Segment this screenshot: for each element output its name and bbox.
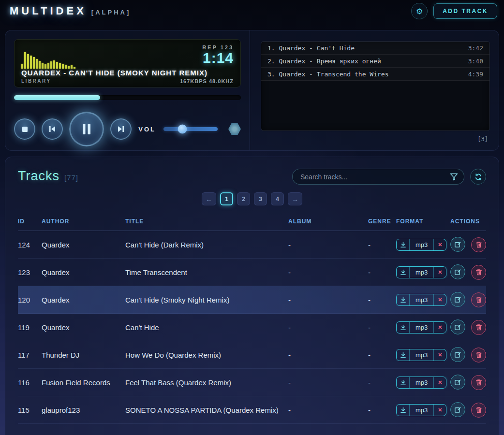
download-button[interactable] xyxy=(397,405,410,416)
previous-icon xyxy=(48,126,56,132)
delete-button[interactable] xyxy=(471,348,486,362)
stop-button[interactable] xyxy=(14,118,35,140)
remove-format-button[interactable]: ✕ xyxy=(433,239,446,250)
remove-format-button[interactable]: ✕ xyxy=(433,349,446,361)
tracks-title: Tracks xyxy=(18,169,59,184)
playlist-item[interactable]: 2. Quardex - Время ярких огней 3:40 xyxy=(261,55,489,68)
next-track-button[interactable] xyxy=(110,118,132,140)
playlist-item[interactable]: 1. Quardex - Can't Hide 3:42 xyxy=(261,42,489,55)
refresh-icon xyxy=(474,173,482,181)
table-row[interactable]: 119 Quardex Can't Hide - - mp3 ✕ xyxy=(18,314,486,341)
table-row[interactable]: 120 Quardex Can't Hide (Smoky Night Remi… xyxy=(18,286,486,314)
pagination-page-2[interactable]: 2 xyxy=(237,192,250,205)
edit-button[interactable] xyxy=(450,375,465,390)
remove-format-button[interactable]: ✕ xyxy=(433,267,446,278)
download-button[interactable] xyxy=(397,239,410,250)
pause-icon xyxy=(82,123,91,135)
trash-icon xyxy=(475,324,482,331)
format-label: mp3 xyxy=(410,296,433,304)
table-row[interactable]: 124 Quardex Can't Hide (Dark Remix) - - … xyxy=(18,231,486,259)
cell-actions xyxy=(450,264,486,280)
add-track-button[interactable]: ADD TRACK xyxy=(433,3,497,19)
edit-button[interactable] xyxy=(450,292,465,307)
pagination-page-1[interactable]: 1 xyxy=(220,192,233,205)
playlist-item[interactable]: 3. Quardex - Transcend the Wires 4:39 xyxy=(261,68,489,81)
pagination-page-3[interactable]: 3 xyxy=(254,192,267,205)
cell-author: Quardex xyxy=(42,241,125,249)
spectrum-bar xyxy=(33,57,35,69)
filter-icon[interactable] xyxy=(450,173,458,181)
cell-author: Quardex xyxy=(42,296,125,304)
search-box xyxy=(292,169,464,185)
spectrum-bar xyxy=(56,62,58,69)
table-row[interactable]: 123 Quardex Time Transcendent - - mp3 ✕ xyxy=(18,259,486,286)
elapsed-time: 1:14 xyxy=(202,50,234,66)
download-button[interactable] xyxy=(397,322,410,333)
cell-format: mp3 ✕ xyxy=(396,266,450,278)
previous-track-button[interactable] xyxy=(42,118,63,140)
download-button[interactable] xyxy=(397,267,410,278)
pagination-prev-button[interactable]: ← xyxy=(202,192,216,205)
format-label: mp3 xyxy=(410,241,433,248)
search-input[interactable] xyxy=(300,173,450,181)
column-header-title: TITLE xyxy=(125,218,288,225)
remove-format-button[interactable]: ✕ xyxy=(433,405,446,416)
download-button[interactable] xyxy=(397,349,410,361)
seek-bar[interactable] xyxy=(14,95,241,100)
player-display: REP 123 1:14 QUARDEX - CAN'T HIDE (SMOKY… xyxy=(14,39,241,87)
download-button[interactable] xyxy=(397,377,410,388)
app-title: MULTIDEX xyxy=(10,5,87,17)
format-badge: mp3 ✕ xyxy=(396,377,446,389)
delete-button[interactable] xyxy=(471,403,486,418)
settings-button[interactable]: ⚙ xyxy=(411,3,428,19)
refresh-button[interactable] xyxy=(470,169,486,185)
remove-format-button[interactable]: ✕ xyxy=(433,377,446,388)
volume-slider-thumb[interactable] xyxy=(178,125,187,134)
equalizer-hex-button[interactable] xyxy=(228,123,241,135)
table-row[interactable]: 115 glauprof123 SONETO A NOSSA PARTIDA (… xyxy=(18,396,486,424)
edit-button[interactable] xyxy=(450,237,465,252)
spectrum-bar xyxy=(71,65,73,69)
remove-format-button[interactable]: ✕ xyxy=(433,294,446,305)
cell-id: 123 xyxy=(18,268,42,276)
delete-button[interactable] xyxy=(471,320,486,335)
download-icon xyxy=(400,407,406,413)
volume-slider[interactable] xyxy=(163,127,218,131)
cell-author: Thunder DJ xyxy=(42,351,125,359)
pagination-page-4[interactable]: 4 xyxy=(271,192,284,205)
format-label: mp3 xyxy=(410,324,433,331)
delete-button[interactable] xyxy=(471,375,486,390)
cell-title: Time Transcendent xyxy=(125,268,288,276)
playlist: 1. Quardex - Can't Hide 3:42 2. Quardex … xyxy=(261,41,490,131)
edit-button[interactable] xyxy=(450,319,465,334)
trash-icon xyxy=(475,406,482,413)
edit-button[interactable] xyxy=(450,402,465,417)
edit-button[interactable] xyxy=(450,347,465,362)
now-playing-title: QUARDEX - CAN'T HIDE (SMOKY NIGHT REMIX) xyxy=(21,69,234,77)
table-header: ID AUTHOR TITLE ALBUM GENRE FORMAT ACTIO… xyxy=(18,218,486,231)
transport-controls: VOL xyxy=(14,112,241,146)
column-header-id: ID xyxy=(18,218,42,225)
table-row[interactable]: 117 Thunder DJ How We Do (Quardex Remix)… xyxy=(18,341,486,369)
cell-genre: - xyxy=(368,406,396,414)
download-icon xyxy=(400,324,406,331)
remove-format-button[interactable]: ✕ xyxy=(433,322,446,333)
cell-author: Quardex xyxy=(42,323,125,332)
delete-button[interactable] xyxy=(471,292,486,307)
edit-button[interactable] xyxy=(450,264,465,279)
pause-button[interactable] xyxy=(69,112,104,146)
download-icon xyxy=(400,352,406,358)
download-button[interactable] xyxy=(397,294,410,305)
edit-icon xyxy=(454,406,461,413)
cell-album: - xyxy=(288,351,368,359)
cell-id: 120 xyxy=(18,296,42,304)
cell-genre: - xyxy=(368,323,396,332)
pagination-next-button[interactable]: → xyxy=(288,192,302,205)
spectrum-bar xyxy=(42,63,44,69)
delete-button[interactable] xyxy=(471,237,486,252)
cell-actions xyxy=(450,402,486,418)
table-row[interactable]: 116 Fusion Field Records Feel That Bass … xyxy=(18,369,486,396)
format-badge: mp3 ✕ xyxy=(396,266,446,278)
delete-button[interactable] xyxy=(471,265,486,280)
cell-title: Can't Hide (Dark Remix) xyxy=(125,241,288,249)
